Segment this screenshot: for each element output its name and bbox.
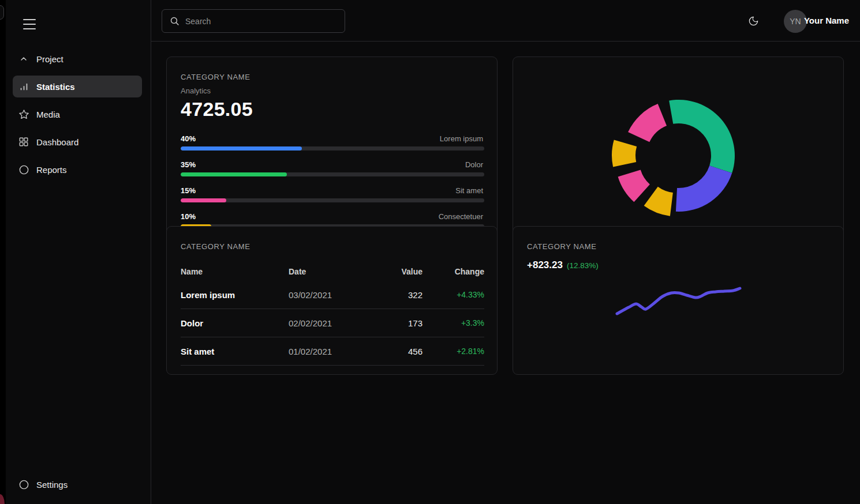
star-icon bbox=[18, 108, 29, 120]
data-table: Name Date Value Change Lorem ipsum 03/02… bbox=[181, 262, 484, 366]
circle-icon bbox=[18, 164, 29, 175]
cell-change: +3.3% bbox=[422, 318, 484, 328]
sidebar-item-reports[interactable]: Reports bbox=[6, 156, 151, 183]
progress-row: 35% Dolor bbox=[181, 160, 483, 176]
sidebar-item-dashboard[interactable]: Dashboard bbox=[6, 128, 151, 156]
table-row[interactable]: Dolor 02/02/2021 173 +3.3% bbox=[181, 309, 484, 337]
cell-name: Dolor bbox=[181, 318, 289, 328]
main-area: YN Your Name CATEGORY NAME Analytics 472… bbox=[151, 0, 860, 504]
progress-row: 40% Lorem ipsum bbox=[181, 134, 483, 151]
theme-toggle-button[interactable] bbox=[748, 16, 760, 27]
sidebar-item-label: Media bbox=[36, 110, 60, 119]
cell-change: +4.33% bbox=[422, 290, 484, 299]
circle-icon bbox=[18, 479, 29, 490]
cell-date: 03/02/2021 bbox=[289, 290, 359, 300]
topbar: YN Your Name bbox=[151, 0, 860, 42]
chevron-up-icon bbox=[18, 53, 29, 65]
table-card: CATEGORY NAME Name Date Value Change Lor… bbox=[166, 226, 498, 375]
progress-bar-list: 40% Lorem ipsum 35% Dolor 15% Sit amet bbox=[181, 134, 483, 228]
cell-value: 456 bbox=[359, 347, 422, 356]
avatar-initials: YN bbox=[790, 17, 801, 26]
cell-date: 01/02/2021 bbox=[289, 347, 359, 356]
hamburger-menu-icon[interactable] bbox=[23, 19, 36, 29]
bar-chart-icon bbox=[18, 81, 29, 92]
cell-name: Sit amet bbox=[181, 347, 289, 356]
progress-fill bbox=[181, 198, 226, 202]
sparkline-chart bbox=[614, 284, 744, 319]
progress-label: Sit amet bbox=[455, 186, 483, 195]
cell-value: 322 bbox=[359, 290, 422, 300]
progress-percent: 35% bbox=[181, 160, 196, 169]
donut-chart bbox=[610, 86, 748, 225]
table-row[interactable]: Sit amet 01/02/2021 456 +2.81% bbox=[181, 337, 484, 366]
app-window: Project Statistics Media bbox=[0, 0, 860, 504]
search-icon bbox=[170, 16, 180, 26]
column-header-change: Change bbox=[422, 267, 484, 276]
drawer-handle[interactable] bbox=[0, 5, 4, 20]
grid-icon bbox=[18, 136, 29, 148]
progress-fill bbox=[181, 146, 302, 151]
progress-row: 15% Sit amet bbox=[181, 186, 483, 202]
column-header-date: Date bbox=[289, 267, 359, 276]
sidebar-nav: Project Statistics Media bbox=[6, 45, 151, 183]
sidebar-footer: Settings bbox=[6, 471, 151, 504]
cell-value: 173 bbox=[359, 318, 422, 328]
progress-percent: 40% bbox=[181, 134, 196, 143]
moon-icon bbox=[748, 16, 759, 27]
cell-date: 02/02/2021 bbox=[289, 318, 359, 328]
progress-percent: 10% bbox=[181, 212, 196, 221]
user-name: Your Name bbox=[804, 16, 849, 25]
progress-track bbox=[181, 198, 484, 202]
sidebar-item-label: Dashboard bbox=[36, 137, 78, 147]
sidebar: Project Statistics Media bbox=[6, 0, 151, 504]
sidebar-item-media[interactable]: Media bbox=[6, 100, 151, 128]
trend-change-percent: (12.83%) bbox=[567, 261, 599, 270]
sidebar-item-label: Project bbox=[36, 54, 63, 64]
analytics-total-value: 4725.05 bbox=[181, 98, 483, 121]
progress-label: Consectetuer bbox=[439, 212, 483, 221]
left-edge-strip bbox=[0, 0, 6, 504]
trend-value: +823.23 bbox=[527, 259, 563, 271]
cell-name: Lorem ipsum bbox=[181, 290, 289, 300]
sidebar-item-label: Statistics bbox=[36, 82, 75, 92]
sidebar-item-label: Reports bbox=[36, 165, 67, 175]
sidebar-item-settings[interactable]: Settings bbox=[6, 471, 151, 498]
progress-track bbox=[181, 172, 484, 176]
card-category-label: CATEGORY NAME bbox=[181, 242, 483, 251]
search-input[interactable] bbox=[185, 17, 338, 26]
sidebar-item-statistics[interactable]: Statistics bbox=[6, 73, 151, 100]
card-subtitle: Analytics bbox=[181, 86, 483, 95]
donut-chart-card bbox=[513, 57, 844, 253]
analytics-card: CATEGORY NAME Analytics 4725.05 40% Lore… bbox=[166, 57, 498, 253]
card-category-label: CATEGORY NAME bbox=[527, 242, 829, 251]
sidebar-item-label: Settings bbox=[36, 480, 68, 490]
progress-label: Lorem ipsum bbox=[440, 134, 483, 143]
progress-track bbox=[181, 146, 484, 151]
trend-card: CATEGORY NAME +823.23 (12.83%) bbox=[513, 226, 844, 375]
background-artifact bbox=[0, 494, 5, 504]
sidebar-item-project[interactable]: Project bbox=[6, 45, 151, 73]
progress-percent: 15% bbox=[181, 186, 196, 195]
card-category-label: CATEGORY NAME bbox=[181, 73, 483, 81]
table-header-row: Name Date Value Change bbox=[181, 262, 484, 281]
progress-label: Dolor bbox=[465, 160, 483, 169]
table-row[interactable]: Lorem ipsum 03/02/2021 322 +4.33% bbox=[181, 281, 484, 309]
column-header-value: Value bbox=[359, 267, 422, 276]
progress-fill bbox=[181, 172, 287, 176]
search-box[interactable] bbox=[162, 9, 345, 33]
column-header-name: Name bbox=[181, 267, 289, 276]
cell-change: +2.81% bbox=[422, 347, 484, 356]
